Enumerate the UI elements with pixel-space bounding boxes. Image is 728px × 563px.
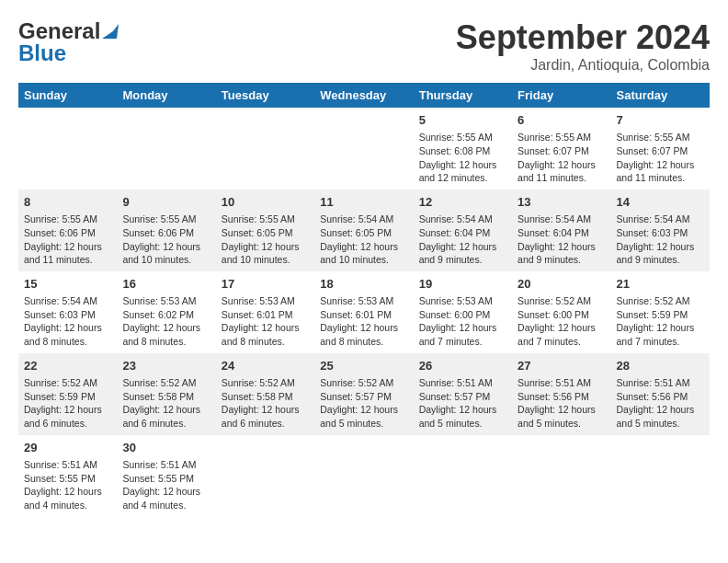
calendar-week-row: 15 Sunrise: 5:54 AM Sunset: 6:03 PM Dayl… — [18, 271, 710, 353]
col-friday: Friday — [512, 83, 610, 108]
calendar-cell: 27 Sunrise: 5:51 AM Sunset: 5:56 PM Dayl… — [512, 353, 610, 435]
sunset-text: Sunset: 6:08 PM — [419, 145, 491, 156]
logo: General Blue — [18, 18, 119, 66]
sunrise-text: Sunrise: 5:51 AM — [617, 377, 690, 388]
calendar-cell: 26 Sunrise: 5:51 AM Sunset: 5:57 PM Dayl… — [414, 353, 512, 435]
sunrise-text: Sunrise: 5:52 AM — [518, 295, 591, 306]
daylight-text: Daylight: 12 hours — [419, 322, 497, 333]
daylight-minutes: and 10 minutes. — [122, 254, 191, 265]
calendar-cell — [314, 435, 413, 517]
daylight-text: Daylight: 12 hours — [419, 159, 497, 170]
sunset-text: Sunset: 6:05 PM — [222, 227, 293, 238]
day-number: 24 — [222, 358, 309, 374]
col-tuesday: Tuesday — [216, 83, 314, 108]
calendar-cell — [414, 435, 512, 517]
day-number: 13 — [518, 194, 605, 211]
sunset-text: Sunset: 5:58 PM — [222, 391, 293, 402]
day-number: 10 — [222, 194, 309, 211]
sunset-text: Sunset: 6:07 PM — [518, 145, 589, 156]
sunset-text: Sunset: 6:04 PM — [419, 227, 491, 238]
daylight-minutes: and 5 minutes. — [617, 418, 680, 429]
daylight-minutes: and 9 minutes. — [419, 254, 483, 265]
sunrise-text: Sunrise: 5:55 AM — [222, 213, 295, 224]
day-number: 18 — [320, 276, 407, 293]
calendar-cell: 9 Sunrise: 5:55 AM Sunset: 6:06 PM Dayli… — [117, 190, 215, 271]
calendar-cell: 25 Sunrise: 5:52 AM Sunset: 5:57 PM Dayl… — [314, 353, 413, 435]
calendar-cell: 13 Sunrise: 5:54 AM Sunset: 6:04 PM Dayl… — [512, 190, 610, 271]
sunrise-text: Sunrise: 5:54 AM — [24, 295, 97, 306]
daylight-text: Daylight: 12 hours — [222, 404, 300, 415]
daylight-minutes: and 11 minutes. — [24, 254, 93, 265]
sunrise-text: Sunrise: 5:52 AM — [222, 377, 295, 388]
calendar-cell — [512, 435, 610, 517]
calendar-cell: 28 Sunrise: 5:51 AM Sunset: 5:56 PM Dayl… — [611, 353, 710, 435]
day-number: 27 — [518, 358, 605, 374]
sunrise-text: Sunrise: 5:53 AM — [122, 295, 196, 306]
sunrise-text: Sunrise: 5:52 AM — [617, 295, 690, 306]
day-number: 20 — [518, 276, 605, 293]
sunset-text: Sunset: 6:05 PM — [320, 227, 392, 238]
day-number: 7 — [617, 112, 704, 129]
daylight-minutes: and 6 minutes. — [222, 418, 285, 429]
daylight-text: Daylight: 12 hours — [419, 404, 497, 415]
daylight-minutes: and 5 minutes. — [518, 418, 581, 429]
sunrise-text: Sunrise: 5:53 AM — [320, 295, 393, 306]
daylight-minutes: and 5 minutes. — [320, 418, 383, 429]
svg-marker-1 — [108, 24, 119, 39]
sunset-text: Sunset: 5:58 PM — [122, 391, 194, 402]
location: Jardin, Antioquia, Colombia — [456, 57, 710, 74]
daylight-minutes: and 7 minutes. — [419, 336, 483, 347]
daylight-text: Daylight: 12 hours — [24, 404, 102, 415]
sunset-text: Sunset: 5:56 PM — [518, 391, 589, 402]
sunrise-text: Sunrise: 5:52 AM — [24, 377, 97, 388]
calendar-week-row: 22 Sunrise: 5:52 AM Sunset: 5:59 PM Dayl… — [18, 353, 710, 435]
daylight-minutes: and 8 minutes. — [122, 336, 186, 347]
calendar-cell: 14 Sunrise: 5:54 AM Sunset: 6:03 PM Dayl… — [611, 190, 710, 271]
daylight-text: Daylight: 12 hours — [617, 241, 695, 252]
calendar-cell: 22 Sunrise: 5:52 AM Sunset: 5:59 PM Dayl… — [18, 353, 117, 435]
sunrise-text: Sunrise: 5:53 AM — [222, 295, 295, 306]
calendar-cell: 6 Sunrise: 5:55 AM Sunset: 6:07 PM Dayli… — [512, 108, 610, 190]
daylight-text: Daylight: 12 hours — [122, 322, 200, 333]
daylight-minutes: and 8 minutes. — [320, 336, 383, 347]
calendar-cell: 20 Sunrise: 5:52 AM Sunset: 6:00 PM Dayl… — [512, 271, 610, 353]
sunrise-text: Sunrise: 5:54 AM — [518, 213, 591, 224]
daylight-text: Daylight: 12 hours — [518, 159, 596, 170]
sunset-text: Sunset: 6:04 PM — [518, 227, 589, 238]
sunset-text: Sunset: 6:02 PM — [122, 309, 194, 320]
daylight-text: Daylight: 12 hours — [122, 404, 200, 415]
calendar-cell — [611, 435, 710, 517]
day-number: 17 — [222, 276, 309, 293]
day-number: 23 — [122, 358, 210, 374]
daylight-text: Daylight: 12 hours — [320, 322, 398, 333]
calendar-cell — [18, 108, 117, 190]
calendar-cell: 23 Sunrise: 5:52 AM Sunset: 5:58 PM Dayl… — [117, 353, 215, 435]
sunrise-text: Sunrise: 5:54 AM — [617, 213, 690, 224]
day-number: 5 — [419, 112, 506, 129]
daylight-text: Daylight: 12 hours — [617, 404, 695, 415]
daylight-minutes: and 12 minutes. — [419, 172, 488, 183]
daylight-text: Daylight: 12 hours — [24, 486, 102, 497]
sunset-text: Sunset: 6:03 PM — [24, 309, 96, 320]
daylight-text: Daylight: 12 hours — [222, 241, 300, 252]
title-area: September 2024 Jardin, Antioquia, Colomb… — [456, 18, 710, 74]
calendar-cell: 24 Sunrise: 5:52 AM Sunset: 5:58 PM Dayl… — [216, 353, 314, 435]
calendar-table: Sunday Monday Tuesday Wednesday Thursday… — [18, 83, 710, 517]
calendar-week-row: 8 Sunrise: 5:55 AM Sunset: 6:06 PM Dayli… — [18, 190, 710, 271]
col-wednesday: Wednesday — [314, 83, 413, 108]
day-number: 15 — [24, 276, 111, 293]
calendar-cell: 16 Sunrise: 5:53 AM Sunset: 6:02 PM Dayl… — [117, 271, 215, 353]
calendar-cell — [117, 108, 215, 190]
calendar-cell: 11 Sunrise: 5:54 AM Sunset: 6:05 PM Dayl… — [314, 190, 413, 271]
calendar-cell: 10 Sunrise: 5:55 AM Sunset: 6:05 PM Dayl… — [216, 190, 314, 271]
page-header: General Blue September 2024 Jardin, Anti… — [18, 18, 710, 74]
sunset-text: Sunset: 5:59 PM — [24, 391, 96, 402]
col-saturday: Saturday — [611, 83, 710, 108]
sunset-text: Sunset: 5:57 PM — [419, 391, 491, 402]
sunrise-text: Sunrise: 5:55 AM — [419, 132, 493, 143]
calendar-cell — [216, 435, 314, 517]
daylight-text: Daylight: 12 hours — [518, 322, 596, 333]
sunset-text: Sunset: 5:55 PM — [24, 473, 96, 484]
sunrise-text: Sunrise: 5:54 AM — [419, 213, 493, 224]
sunrise-text: Sunrise: 5:55 AM — [122, 213, 196, 224]
